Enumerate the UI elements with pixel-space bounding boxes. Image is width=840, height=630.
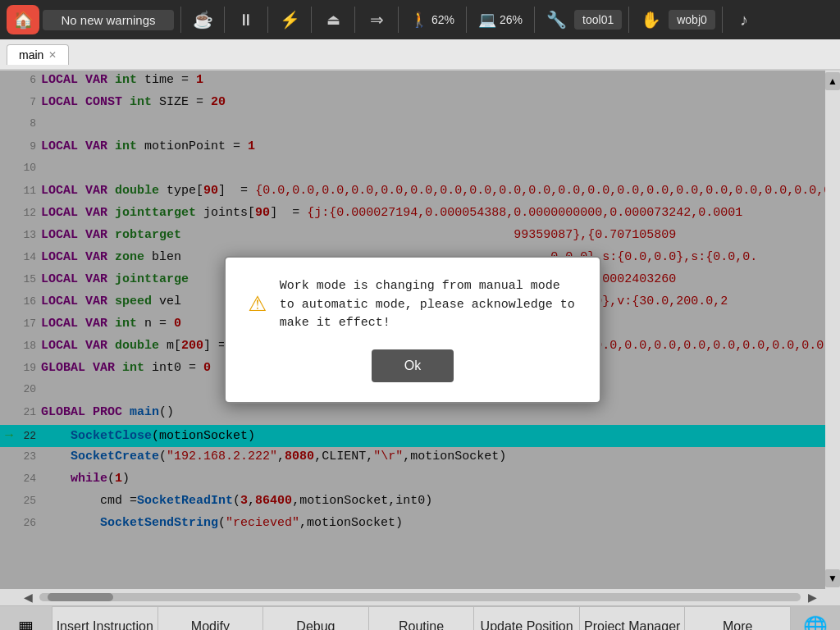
- home-icon: 🏠: [13, 10, 34, 30]
- home-button[interactable]: 🏠: [7, 5, 39, 34]
- hscroll-track: [39, 593, 801, 601]
- vertical-scrollbar[interactable]: ▲ ▼: [825, 71, 840, 589]
- modify-button[interactable]: Modify: [158, 606, 264, 630]
- warning-status: No new warnings: [43, 10, 174, 30]
- divider7: [466, 7, 467, 33]
- divider2: [224, 7, 225, 33]
- coffee-icon[interactable]: ☕: [188, 5, 217, 34]
- divider8: [534, 7, 535, 33]
- routine-button[interactable]: Routine: [369, 606, 475, 630]
- tab-label: main: [19, 48, 43, 62]
- tool-label[interactable]: tool01: [574, 10, 622, 30]
- modal-message: Work mode is changing from manual mode t…: [280, 277, 577, 333]
- insert-instruction-button[interactable]: Insert Instruction: [52, 606, 158, 630]
- music-icon[interactable]: ♪: [729, 5, 759, 34]
- warning-icon: ⚠: [249, 279, 267, 327]
- hscroll-left-button[interactable]: ◀: [20, 591, 36, 604]
- wrench-icon[interactable]: 🔧: [541, 5, 571, 34]
- lightning-icon[interactable]: ⚡: [275, 5, 304, 34]
- update-position-button[interactable]: Update Position: [474, 606, 580, 630]
- editor-area: 6 LOCAL VAR int time = 1 7 LOCAL CONST i…: [0, 71, 840, 589]
- grid-view-button[interactable]: ▦: [0, 606, 52, 630]
- hand-icon[interactable]: ✋: [636, 5, 665, 34]
- globe-icon: 🌐: [803, 615, 828, 630]
- wobj-label[interactable]: wobj0: [669, 10, 715, 30]
- tab-close-button[interactable]: ✕: [48, 49, 57, 61]
- speed-stat: 🚶 62%: [405, 11, 459, 29]
- topbar: 🏠 No new warnings ☕ ⏸ ⚡ ⏏ ⇒ 🚶 62% 💻 26% …: [0, 0, 840, 39]
- cpu-stat: 💻 26%: [473, 11, 527, 29]
- laptop-icon: 💻: [478, 11, 496, 29]
- divider4: [311, 7, 312, 33]
- modal-header: ⚠ Work mode is changing from manual mode…: [249, 277, 577, 333]
- divider1: [180, 7, 181, 33]
- upload-icon[interactable]: ⏏: [318, 5, 348, 34]
- grid-icon: ▦: [18, 617, 34, 630]
- divider3: [267, 7, 268, 33]
- scroll-up-button[interactable]: ▲: [825, 72, 840, 90]
- tabbar: main ✕: [0, 39, 840, 71]
- divider6: [398, 7, 399, 33]
- horizontal-scrollbar[interactable]: ◀ ▶: [0, 589, 840, 605]
- debug-button[interactable]: Debug: [263, 606, 369, 630]
- language-button[interactable]: 🌐: [791, 606, 840, 630]
- divider5: [354, 7, 355, 33]
- hscroll-right-button[interactable]: ▶: [804, 591, 820, 604]
- arrows-icon[interactable]: ⇒: [362, 5, 391, 34]
- ok-button[interactable]: Ok: [372, 349, 454, 382]
- bottom-toolbar: ▦ Insert Instruction Modify Debug Routin…: [0, 605, 840, 630]
- pause-icon[interactable]: ⏸: [231, 5, 261, 34]
- modal-dialog: ⚠ Work mode is changing from manual mode…: [224, 256, 601, 404]
- person-run-icon: 🚶: [410, 11, 428, 29]
- scroll-down-button[interactable]: ▼: [825, 569, 840, 587]
- hscroll-thumb[interactable]: [48, 593, 113, 601]
- divider9: [628, 7, 629, 33]
- more-button[interactable]: More: [685, 606, 791, 630]
- divider10: [722, 7, 723, 33]
- code-editor[interactable]: 6 LOCAL VAR int time = 1 7 LOCAL CONST i…: [0, 71, 825, 589]
- modal-overlay: ⚠ Work mode is changing from manual mode…: [0, 71, 825, 589]
- main-tab[interactable]: main ✕: [7, 44, 69, 65]
- project-manager-button[interactable]: Project Manager: [580, 606, 686, 630]
